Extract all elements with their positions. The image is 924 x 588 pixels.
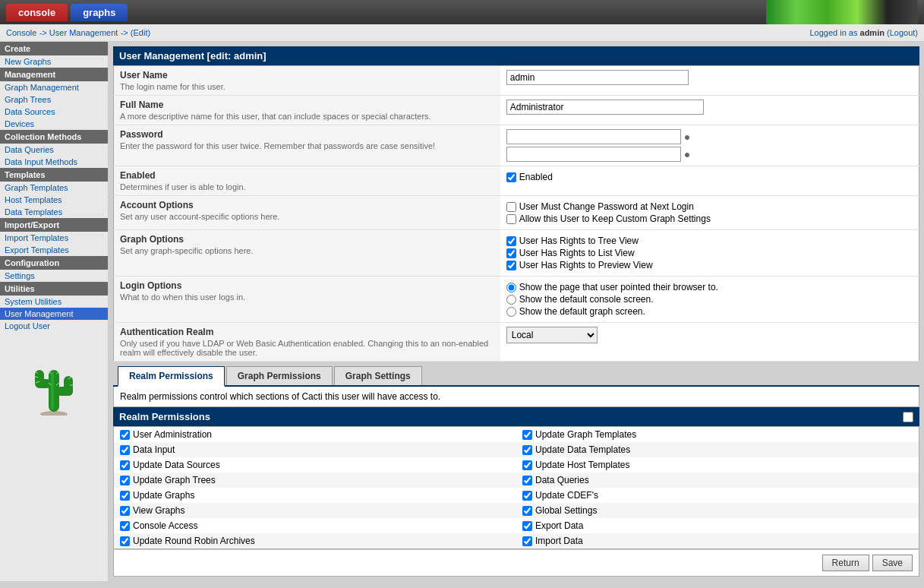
sidebar-item-import-templates[interactable]: Import Templates [0, 232, 108, 244]
top-nav: console graphs [0, 0, 924, 24]
sidebar-item-logout-user[interactable]: Logout User [0, 320, 108, 332]
sidebar-item-host-templates[interactable]: Host Templates [0, 194, 108, 206]
perm-left-4-checkbox[interactable] [120, 491, 130, 501]
sidebar-item-settings[interactable]: Settings [0, 270, 108, 282]
perm-right-6[interactable]: Export Data [522, 520, 913, 531]
perm-right-0[interactable]: Update Graph Templates [522, 429, 913, 440]
graph-option2-checkbox[interactable] [506, 248, 516, 258]
password-input-2[interactable] [506, 147, 681, 162]
auth-realm-input-cell: Local [500, 323, 919, 362]
password-row: Password Enter the password for this use… [114, 125, 919, 166]
perm-left-2-checkbox[interactable] [120, 460, 130, 470]
perm-left-7-checkbox[interactable] [120, 536, 130, 546]
breadcrumb-user-mgmt[interactable]: User Management [49, 28, 118, 37]
tab-realm-permissions[interactable]: Realm Permissions [118, 366, 225, 387]
toggle-all-checkbox[interactable] [903, 412, 913, 422]
perm-right-5-checkbox[interactable] [522, 506, 532, 516]
sidebar-item-data-input-methods[interactable]: Data Input Methods [0, 156, 108, 168]
tab-graph-permissions[interactable]: Graph Permissions [226, 366, 333, 385]
sidebar-item-data-sources[interactable]: Data Sources [0, 106, 108, 118]
perm-right-0-checkbox[interactable] [522, 430, 532, 440]
fullname-desc: A more descriptive name for this user, t… [120, 112, 494, 121]
graphs-nav-button[interactable]: graphs [71, 4, 128, 21]
enabled-label-cell: Enabled Determines if user is able to lo… [114, 166, 500, 196]
perm-left-3-checkbox[interactable] [120, 476, 130, 485]
auth-realm-row: Authentication Realm Only used if you ha… [114, 323, 919, 362]
account-options-row: Account Options Set any user account-spe… [114, 196, 919, 230]
breadcrumb: Console -> User Management -> (Edit) [6, 27, 150, 38]
account-option2-checkbox[interactable] [506, 214, 516, 224]
perm-left-4[interactable]: Update Graphs [120, 490, 510, 501]
svg-rect-15 [51, 371, 54, 409]
auth-realm-label-cell: Authentication Realm Only used if you ha… [114, 323, 500, 362]
perm-left-1[interactable]: Data Input [120, 444, 510, 455]
console-nav-button[interactable]: console [6, 4, 68, 21]
perm-right-2-checkbox[interactable] [522, 460, 532, 470]
username-input[interactable] [506, 70, 689, 85]
fullname-label-cell: Full Name A more descriptive name for th… [114, 96, 500, 125]
login-option1-radio[interactable] [506, 283, 516, 292]
perm-left-3[interactable]: Update Graph Trees [120, 475, 510, 485]
logout-link[interactable]: Logout [890, 28, 916, 37]
graph-option3-checkbox[interactable] [506, 261, 516, 270]
login-option3-radio[interactable] [506, 307, 516, 317]
sidebar-item-new-graphs[interactable]: New Graphs [0, 55, 108, 68]
tab-graph-settings[interactable]: Graph Settings [334, 366, 422, 385]
sidebar-item-export-templates[interactable]: Export Templates [0, 244, 108, 256]
tabs-container: Realm Permissions Graph Permissions Grap… [113, 362, 919, 387]
perm-left-0-checkbox[interactable] [120, 430, 130, 440]
sidebar-item-graph-trees[interactable]: Graph Trees [0, 93, 108, 106]
perm-right-6-checkbox[interactable] [522, 521, 532, 531]
login-options-desc: What to do when this user logs in. [120, 292, 494, 302]
enabled-checkbox[interactable] [506, 172, 516, 182]
password-input-1[interactable] [506, 129, 681, 144]
perm-right-1[interactable]: Update Data Templates [522, 444, 913, 455]
breadcrumb-console[interactable]: Console [6, 28, 36, 37]
password-input-cell: ● ● [500, 125, 919, 166]
auth-realm-select[interactable]: Local [506, 327, 598, 343]
login-option2-radio[interactable] [506, 295, 516, 305]
perm-right-2[interactable]: Update Host Templates [522, 460, 913, 470]
sidebar-item-graph-management[interactable]: Graph Management [0, 81, 108, 93]
perm-left-6-checkbox[interactable] [120, 521, 130, 531]
account-option1-checkbox[interactable] [506, 202, 516, 212]
table-row: Update Data Sources Update Host Template… [114, 457, 919, 473]
password-label: Password [120, 129, 494, 140]
perm-left-1-checkbox[interactable] [120, 445, 130, 455]
password-eye-icon-2[interactable]: ● [684, 148, 690, 160]
perm-left-2[interactable]: Update Data Sources [120, 460, 510, 470]
graph-option1-checkbox[interactable] [506, 236, 516, 246]
perm-right-4[interactable]: Update CDEF's [522, 490, 913, 501]
sidebar-item-data-queries[interactable]: Data Queries [0, 144, 108, 156]
perm-left-0[interactable]: User Administration [120, 429, 510, 440]
perm-right-3[interactable]: Data Queries [522, 475, 913, 485]
fullname-input[interactable] [506, 100, 704, 115]
perm-left-6[interactable]: Console Access [120, 520, 510, 531]
save-button[interactable]: Save [872, 555, 913, 571]
sidebar-item-data-templates[interactable]: Data Templates [0, 206, 108, 218]
perm-left-5-checkbox[interactable] [120, 506, 130, 516]
sidebar-header-configuration: Configuration [0, 256, 108, 270]
sidebar-item-graph-templates[interactable]: Graph Templates [0, 182, 108, 194]
graph-options-row: Graph Options Set any graph-specific opt… [114, 230, 919, 277]
perm-left-5[interactable]: View Graphs [120, 505, 510, 516]
account-options-label: Account Options [120, 200, 494, 210]
username-input-cell [500, 66, 919, 96]
perm-left-7[interactable]: Update Round Robin Archives [120, 536, 510, 546]
password-eye-icon-1[interactable]: ● [684, 131, 690, 143]
breadcrumb-bar: Console -> User Management -> (Edit) Log… [0, 24, 924, 42]
graph-options-label-cell: Graph Options Set any graph-specific opt… [114, 230, 500, 277]
perm-right-5[interactable]: Global Settings [522, 505, 913, 516]
username-row: User Name The login name for this user. [114, 66, 919, 96]
sidebar-item-system-utilities[interactable]: System Utilities [0, 296, 108, 308]
return-button[interactable]: Return [822, 555, 869, 571]
perm-right-4-checkbox[interactable] [522, 491, 532, 501]
perm-right-1-checkbox[interactable] [522, 445, 532, 455]
sidebar-item-devices[interactable]: Devices [0, 118, 108, 130]
login-option1-label: Show the page that user pointed their br… [519, 282, 718, 292]
perm-right-7-checkbox[interactable] [522, 536, 532, 546]
perm-right-7[interactable]: Import Data [522, 536, 913, 546]
sidebar-item-user-management[interactable]: User Management [0, 308, 108, 320]
bottom-bar: Return Save [113, 549, 919, 577]
perm-right-3-checkbox[interactable] [522, 476, 532, 485]
